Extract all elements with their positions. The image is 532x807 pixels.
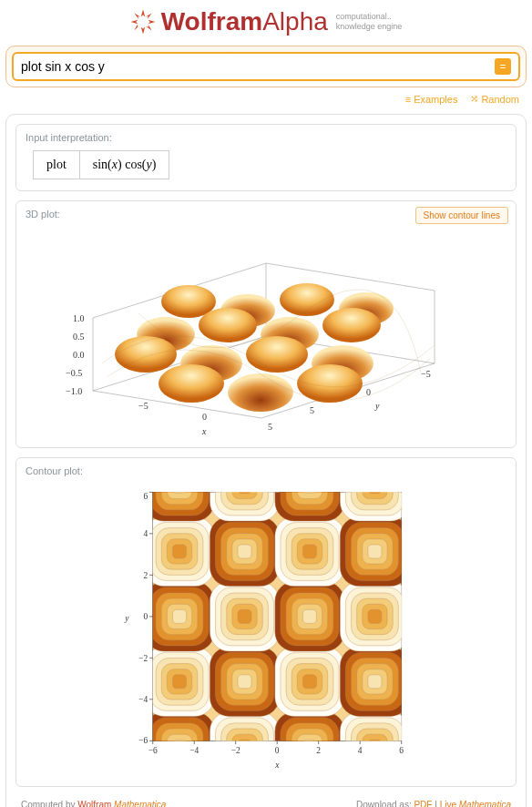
x-tick: −4 (189, 746, 199, 755)
search-container: = (5, 46, 527, 87)
search-box: = (12, 52, 520, 81)
pod-input-interpretation: Input interpretation: plot sin(x) cos(y) (15, 124, 517, 191)
svg-marker-6 (134, 25, 139, 31)
x-tick: 5 (268, 422, 272, 432)
svg-point-19 (199, 308, 257, 342)
z-tick: 1.0 (73, 313, 85, 323)
download-live-link[interactable]: Live Mathematica (440, 800, 511, 807)
svg-marker-4 (145, 13, 151, 18)
results-container: Input interpretation: plot sin(x) cos(y)… (5, 114, 527, 807)
svg-rect-150 (368, 484, 382, 494)
svg-marker-2 (140, 27, 144, 35)
svg-point-22 (115, 336, 177, 373)
svg-rect-96 (302, 740, 316, 753)
x-tick: −5 (138, 401, 148, 411)
svg-rect-78 (238, 609, 251, 623)
svg-rect-132 (368, 675, 382, 689)
svg-rect-114 (302, 545, 316, 558)
svg-rect-59 (167, 484, 191, 499)
y-tick: 5 (310, 405, 314, 415)
x-tick: −6 (148, 746, 158, 755)
svg-point-21 (322, 308, 381, 342)
pod-title: Input interpretation: (26, 132, 506, 143)
svg-rect-35 (167, 734, 191, 759)
y-label: y (124, 614, 129, 623)
svg-rect-125 (363, 734, 387, 759)
svg-rect-149 (363, 484, 387, 499)
svg-rect-90 (238, 484, 251, 494)
contour-axes: −6 −4 −2 0 2 4 6 x −6 −4 −2 0 2 4 (124, 484, 409, 775)
svg-marker-0 (140, 10, 144, 17)
search-button[interactable]: = (495, 58, 511, 75)
svg-rect-36 (173, 740, 187, 753)
examples-link[interactable]: ≡ Examples (405, 93, 458, 105)
plot-contour: −6 −4 −2 0 2 4 6 x −6 −4 −2 0 2 4 (26, 484, 506, 775)
interpretation-row: plot sin(x) cos(y) (33, 150, 506, 179)
svg-marker-1 (148, 20, 155, 24)
shuffle-icon: ⤮ (470, 93, 478, 105)
x-tick: 4 (358, 746, 363, 755)
wolfram-mathematica-link[interactable]: Wolfram Mathematica (77, 800, 166, 807)
random-link[interactable]: ⤮ Random (470, 93, 519, 105)
wolfram-logo-icon (130, 9, 156, 35)
y-tick: −6 (138, 736, 148, 745)
list-icon: ≡ (405, 94, 411, 105)
z-tick: −0.5 (66, 368, 82, 378)
x-label: x (274, 761, 280, 770)
svg-point-16 (280, 283, 334, 316)
x-tick: 0 (275, 746, 280, 755)
svg-rect-108 (302, 609, 316, 623)
z-tick: 0.0 (73, 350, 85, 360)
svg-point-24 (246, 336, 308, 373)
download-as: Download as: PDF | Live Mathematica (356, 800, 511, 807)
x-tick: −2 (231, 746, 240, 755)
svg-rect-54 (173, 545, 187, 558)
svg-rect-144 (368, 545, 382, 558)
y-tick: −5 (421, 369, 431, 379)
tagline: computational.. knowledge engine (336, 12, 403, 32)
y-tick: 6 (143, 492, 148, 501)
svg-marker-7 (134, 13, 140, 18)
svg-rect-84 (238, 545, 251, 558)
interp-cell: sin(x) cos(y) (80, 150, 170, 179)
svg-point-27 (228, 373, 293, 412)
interp-cell: plot (33, 150, 80, 179)
download-pdf-link[interactable]: PDF (414, 800, 432, 807)
svg-rect-138 (368, 609, 382, 623)
svg-rect-102 (302, 675, 316, 689)
svg-rect-60 (173, 484, 187, 494)
y-tick: −2 (138, 654, 148, 663)
sub-links: ≡ Examples ⤮ Random (0, 87, 532, 105)
svg-rect-48 (173, 609, 187, 623)
svg-rect-42 (173, 675, 187, 689)
svg-rect-72 (238, 675, 251, 689)
equals-icon: = (500, 61, 506, 72)
brand-text: WolframAlpha (161, 7, 328, 36)
show-contour-lines-button[interactable]: Show contour lines (415, 207, 509, 224)
pod-3d-plot: 3D plot: Show contour lines 1.0 0.5 0.0 … (15, 200, 517, 448)
svg-point-26 (159, 364, 224, 403)
pod-contour-plot: Contour plot: −6 −4 −2 0 2 4 6 x (15, 457, 517, 787)
svg-marker-3 (130, 20, 138, 24)
computed-by: Computed by Wolfram Mathematica (21, 800, 166, 807)
svg-point-28 (297, 364, 363, 403)
y-tick: 0 (143, 612, 148, 621)
y-tick: 4 (143, 529, 148, 538)
x-tick: 6 (399, 746, 404, 755)
results-footer: Computed by Wolfram Mathematica Download… (15, 796, 517, 807)
x-tick: 2 (316, 746, 321, 755)
y-tick: 2 (143, 571, 148, 580)
svg-rect-119 (297, 484, 322, 499)
header: WolframAlpha computational.. knowledge e… (0, 0, 532, 46)
y-tick: −4 (138, 695, 148, 704)
plot-3d-surface: 1.0 0.5 0.0 −0.5 −1.0 −5 0 5 x −5 0 5 y (26, 227, 506, 436)
search-input[interactable] (21, 59, 495, 74)
z-tick: 0.5 (73, 332, 85, 342)
contour-cells (145, 484, 410, 775)
x-tick: 0 (202, 412, 207, 422)
x-label: x (201, 426, 207, 436)
y-label: y (374, 401, 380, 411)
pod-title: Contour plot: (26, 465, 506, 476)
svg-marker-5 (146, 25, 151, 31)
z-tick: −1.0 (66, 386, 82, 396)
